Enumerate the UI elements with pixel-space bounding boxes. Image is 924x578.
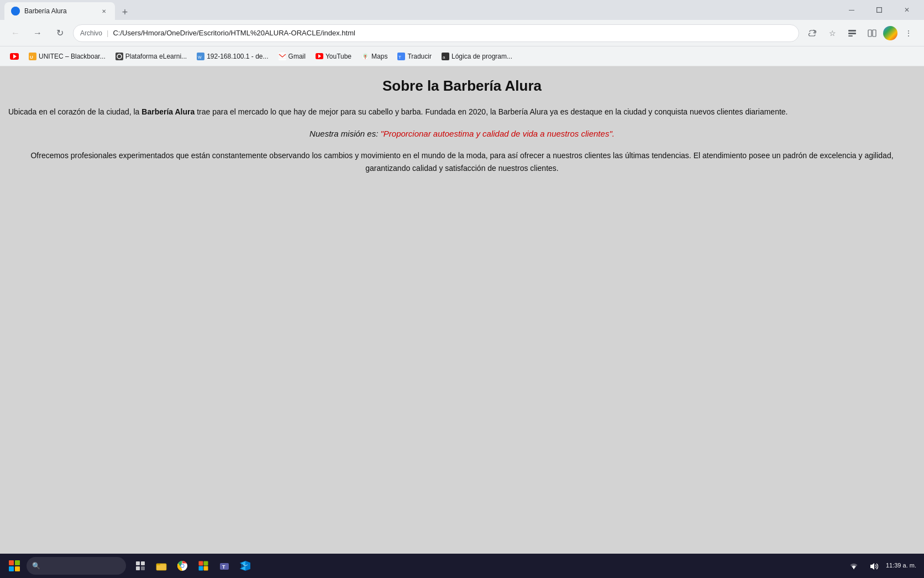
paragraph-1: Ubicada en el corazón de la ciudad, la B…	[8, 106, 916, 118]
svg-text:T: T	[222, 564, 225, 570]
profile-avatar[interactable]	[883, 26, 897, 40]
bookmark-gmail[interactable]: Gmail	[274, 50, 310, 63]
mission-prefix: Nuestra misión es:	[309, 129, 380, 138]
clock-time: 11:39 a. m.	[886, 561, 916, 570]
taskbar-time: 11:39 a. m.	[886, 561, 916, 570]
para1-bold: Barbería Alura	[141, 107, 195, 116]
svg-rect-4	[848, 30, 856, 32]
svg-rect-39	[204, 566, 208, 571]
svg-rect-13	[116, 53, 123, 60]
start-button[interactable]	[4, 556, 24, 576]
volume-icon[interactable]	[866, 558, 881, 574]
svg-point-35	[181, 565, 184, 567]
svg-point-44	[853, 568, 854, 569]
vscode-icon[interactable]	[235, 556, 255, 576]
active-tab[interactable]: Barbería Alura ✕	[4, 2, 115, 20]
maximize-button[interactable]	[867, 1, 892, 19]
minimize-button[interactable]	[839, 1, 864, 19]
bookmark-label: 192-168.100.1 - de...	[207, 53, 268, 60]
svg-point-21	[365, 55, 366, 56]
bookmark-star-icon[interactable]: ☆	[823, 24, 841, 42]
para1-suffix: trae para el mercado lo que hay de mejor…	[195, 107, 788, 116]
bookmark-label: Traducir	[407, 53, 432, 60]
svg-rect-8	[873, 30, 876, 37]
teams-icon[interactable]: T	[214, 556, 234, 576]
mission-paragraph: Nuestra misión es: "Proporcionar autoest…	[8, 129, 916, 138]
address-separator: |	[107, 29, 108, 37]
back-button[interactable]: ←	[7, 24, 24, 42]
task-view-icon[interactable]	[130, 556, 150, 576]
protocol-label: Archivo	[80, 29, 102, 37]
address-url: C:/Users/Hmora/OneDrive/Escritorio/HTML%…	[113, 29, 792, 37]
page-content: Sobre la Barbería Alura Ubicada en el co…	[0, 66, 924, 578]
reload-button[interactable]: ↻	[51, 24, 69, 42]
taskbar-pinned-icons: T	[130, 556, 255, 576]
tab-manager-icon[interactable]	[843, 24, 861, 42]
tab-close-button[interactable]: ✕	[99, 7, 108, 15]
svg-rect-37	[204, 561, 208, 566]
menu-icon[interactable]: ⋮	[900, 24, 917, 42]
svg-rect-3	[877, 8, 882, 13]
svg-rect-6	[848, 35, 853, 37]
network-icon[interactable]	[846, 558, 862, 574]
search-icon: 🔍	[32, 562, 40, 570]
svg-point-1	[14, 9, 17, 13]
tab-bar: Barbería Alura ✕ +	[4, 0, 832, 20]
svg-rect-29	[141, 566, 145, 570]
svg-rect-7	[868, 30, 872, 37]
svg-rect-32	[156, 564, 160, 565]
taskbar-search[interactable]: 🔍	[27, 557, 126, 575]
tab-favicon	[11, 7, 20, 15]
svg-rect-28	[136, 566, 140, 570]
address-box[interactable]: Archivo | C:/Users/Hmora/OneDrive/Escrit…	[73, 24, 799, 42]
svg-text:T: T	[398, 55, 401, 60]
taskbar: 🔍	[0, 554, 924, 578]
svg-rect-27	[141, 561, 145, 565]
forward-button[interactable]: →	[29, 24, 46, 42]
title-bar: Barbería Alura ✕ + ✕	[0, 0, 924, 20]
bookmark-label: UNITEC – Blackboar...	[39, 53, 106, 60]
bookmark-ip[interactable]: W 192-168.100.1 - de...	[192, 50, 272, 63]
svg-text:a: a	[443, 55, 445, 60]
address-bar-row: ← → ↻ Archivo | C:/Users/Hmora/OneDrive/…	[0, 20, 924, 46]
svg-rect-5	[848, 33, 856, 34]
bookmarks-bar: U UNITEC – Blackboar... Plataforma eLear…	[0, 46, 924, 66]
chrome-icon[interactable]	[172, 556, 192, 576]
toolbar-icons: ☆ ⋮	[804, 24, 917, 42]
taskbar-tray: 11:39 a. m.	[846, 558, 920, 574]
window-controls: ✕	[839, 1, 920, 19]
bookmark-label: Gmail	[288, 53, 306, 60]
svg-rect-36	[199, 561, 203, 566]
share-icon[interactable]	[804, 24, 821, 42]
split-view-icon[interactable]	[863, 24, 881, 42]
svg-rect-26	[136, 561, 140, 565]
svg-text:W: W	[198, 55, 202, 59]
tab-title: Barbería Alura	[24, 7, 95, 15]
bookmark-label: YouTube	[326, 53, 351, 60]
mission-quote: "Proporcionar autoestima y calidad de vi…	[381, 129, 615, 138]
bookmark-plataforma[interactable]: Plataforma eLearni...	[111, 50, 191, 63]
bookmark-label: Maps	[371, 53, 387, 60]
svg-rect-38	[199, 566, 203, 571]
file-explorer-icon[interactable]	[151, 556, 171, 576]
page-heading: Sobre la Barbería Alura	[8, 77, 916, 95]
bookmark-maps[interactable]: Maps	[357, 50, 392, 63]
bookmark-traducir[interactable]: T Traducir	[393, 50, 436, 63]
windows-logo-icon	[9, 560, 20, 571]
bookmark-unitec[interactable]: U UNITEC – Blackboar...	[24, 50, 110, 63]
bookmark-label: Lógica de program...	[452, 53, 512, 60]
bookmark-youtube[interactable]: YouTube	[311, 50, 356, 63]
para1-prefix: Ubicada en el corazón de la ciudad, la	[8, 107, 141, 116]
store-icon[interactable]	[193, 556, 213, 576]
bookmark-logica[interactable]: a Lógica de program...	[437, 50, 517, 63]
new-tab-button[interactable]: +	[117, 4, 133, 20]
bookmark-label: Plataforma eLearni...	[125, 53, 187, 60]
svg-text:U: U	[30, 55, 33, 60]
bookmark-youtube-icon[interactable]	[6, 51, 23, 62]
close-button[interactable]: ✕	[894, 1, 920, 19]
paragraph-2: Ofrecemos profesionales experimentados q…	[8, 149, 916, 174]
